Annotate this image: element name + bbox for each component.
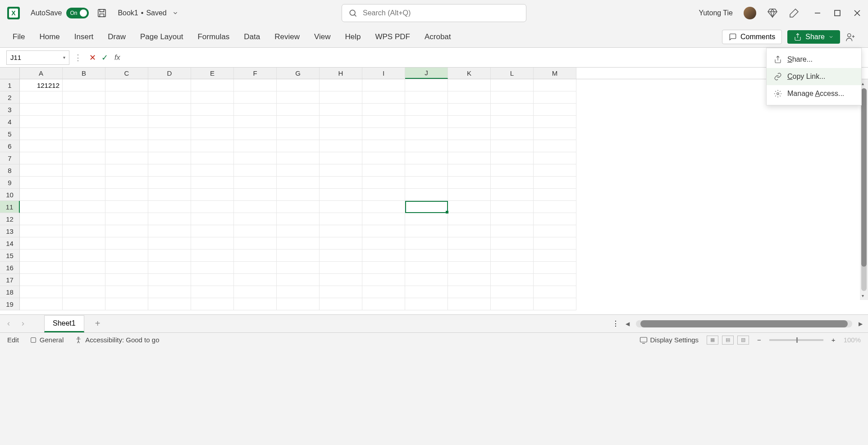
cell-F4[interactable] bbox=[234, 116, 277, 128]
comments-button[interactable]: Comments bbox=[722, 30, 782, 44]
cell-H3[interactable] bbox=[320, 104, 362, 116]
cell-C11[interactable] bbox=[105, 201, 148, 213]
cell-I3[interactable] bbox=[362, 104, 405, 116]
cell-E15[interactable] bbox=[191, 250, 234, 262]
share-menu-manage-access[interactable]: Manage Access... bbox=[767, 85, 861, 102]
search-input[interactable] bbox=[363, 9, 520, 17]
cell-C4[interactable] bbox=[105, 116, 148, 128]
cell-F10[interactable] bbox=[234, 189, 277, 201]
cell-K8[interactable] bbox=[448, 164, 491, 177]
cell-E13[interactable] bbox=[191, 225, 234, 237]
cell-G1[interactable] bbox=[277, 79, 320, 91]
cell-L9[interactable] bbox=[491, 177, 534, 189]
cell-E1[interactable] bbox=[191, 79, 234, 91]
cell-E5[interactable] bbox=[191, 128, 234, 140]
cell-K9[interactable] bbox=[448, 177, 491, 189]
cell-A5[interactable] bbox=[20, 128, 63, 140]
cell-J10[interactable] bbox=[405, 189, 448, 201]
cell-G3[interactable] bbox=[277, 104, 320, 116]
cell-A17[interactable] bbox=[20, 274, 63, 286]
col-header-A[interactable]: A bbox=[20, 68, 63, 79]
cell-C19[interactable] bbox=[105, 298, 148, 310]
select-all-corner[interactable] bbox=[0, 68, 20, 79]
cell-D19[interactable] bbox=[148, 298, 191, 310]
share-menu-share[interactable]: Share... bbox=[767, 51, 861, 68]
cell-C8[interactable] bbox=[105, 164, 148, 177]
cell-G4[interactable] bbox=[277, 116, 320, 128]
cell-D3[interactable] bbox=[148, 104, 191, 116]
cell-A1[interactable]: 121212 bbox=[20, 79, 63, 91]
row-header-9[interactable]: 9 bbox=[0, 177, 20, 189]
cell-L10[interactable] bbox=[491, 189, 534, 201]
presence-icon[interactable] bbox=[845, 32, 855, 42]
row-header-16[interactable]: 16 bbox=[0, 262, 20, 274]
cell-A13[interactable] bbox=[20, 225, 63, 237]
cell-M5[interactable] bbox=[534, 128, 576, 140]
cell-M12[interactable] bbox=[534, 213, 576, 225]
cell-M10[interactable] bbox=[534, 189, 576, 201]
row-header-7[interactable]: 7 bbox=[0, 152, 20, 164]
cell-A12[interactable] bbox=[20, 213, 63, 225]
ribbon-tab-view[interactable]: View bbox=[314, 32, 331, 41]
cell-F17[interactable] bbox=[234, 274, 277, 286]
ribbon-tab-draw[interactable]: Draw bbox=[108, 32, 126, 41]
cell-K2[interactable] bbox=[448, 91, 491, 104]
cell-J3[interactable] bbox=[405, 104, 448, 116]
row-header-15[interactable]: 15 bbox=[0, 250, 20, 262]
cell-L4[interactable] bbox=[491, 116, 534, 128]
col-header-B[interactable]: B bbox=[63, 68, 105, 79]
display-settings[interactable]: Display Settings bbox=[640, 336, 699, 344]
cell-C10[interactable] bbox=[105, 189, 148, 201]
cell-I19[interactable] bbox=[362, 298, 405, 310]
zoom-in-button[interactable]: + bbox=[831, 336, 836, 344]
autosave-toggle[interactable]: On bbox=[66, 8, 89, 18]
cell-H15[interactable] bbox=[320, 250, 362, 262]
cell-D5[interactable] bbox=[148, 128, 191, 140]
cell-H17[interactable] bbox=[320, 274, 362, 286]
cell-J11[interactable] bbox=[405, 201, 448, 213]
zoom-slider[interactable] bbox=[769, 339, 823, 341]
cell-K18[interactable] bbox=[448, 286, 491, 298]
cell-E11[interactable] bbox=[191, 201, 234, 213]
cell-D14[interactable] bbox=[148, 237, 191, 250]
cell-M19[interactable] bbox=[534, 298, 576, 310]
cell-M9[interactable] bbox=[534, 177, 576, 189]
cell-J2[interactable] bbox=[405, 91, 448, 104]
cell-G15[interactable] bbox=[277, 250, 320, 262]
cell-D11[interactable] bbox=[148, 201, 191, 213]
ribbon-tab-formulas[interactable]: Formulas bbox=[197, 32, 229, 41]
cell-D4[interactable] bbox=[148, 116, 191, 128]
cell-I1[interactable] bbox=[362, 79, 405, 91]
cell-J17[interactable] bbox=[405, 274, 448, 286]
cell-D1[interactable] bbox=[148, 79, 191, 91]
cell-A10[interactable] bbox=[20, 189, 63, 201]
cell-E4[interactable] bbox=[191, 116, 234, 128]
cell-K19[interactable] bbox=[448, 298, 491, 310]
cell-J6[interactable] bbox=[405, 140, 448, 152]
cell-J16[interactable] bbox=[405, 262, 448, 274]
cell-E19[interactable] bbox=[191, 298, 234, 310]
cell-I2[interactable] bbox=[362, 91, 405, 104]
cell-G13[interactable] bbox=[277, 225, 320, 237]
cell-D10[interactable] bbox=[148, 189, 191, 201]
cell-K3[interactable] bbox=[448, 104, 491, 116]
cell-C13[interactable] bbox=[105, 225, 148, 237]
cell-L13[interactable] bbox=[491, 225, 534, 237]
cell-B13[interactable] bbox=[63, 225, 105, 237]
cell-K6[interactable] bbox=[448, 140, 491, 152]
cell-A15[interactable] bbox=[20, 250, 63, 262]
sheet-nav-prev[interactable] bbox=[5, 321, 12, 327]
cell-K15[interactable] bbox=[448, 250, 491, 262]
cell-I6[interactable] bbox=[362, 140, 405, 152]
view-pagelayout-button[interactable]: ▤ bbox=[722, 336, 734, 345]
formula-input[interactable] bbox=[123, 50, 868, 65]
cell-B12[interactable] bbox=[63, 213, 105, 225]
cell-G10[interactable] bbox=[277, 189, 320, 201]
cell-D7[interactable] bbox=[148, 152, 191, 164]
cell-L12[interactable] bbox=[491, 213, 534, 225]
cell-E18[interactable] bbox=[191, 286, 234, 298]
cell-B19[interactable] bbox=[63, 298, 105, 310]
cell-B1[interactable] bbox=[63, 79, 105, 91]
cell-K13[interactable] bbox=[448, 225, 491, 237]
scroll-down-icon[interactable]: ▾ bbox=[862, 293, 864, 298]
